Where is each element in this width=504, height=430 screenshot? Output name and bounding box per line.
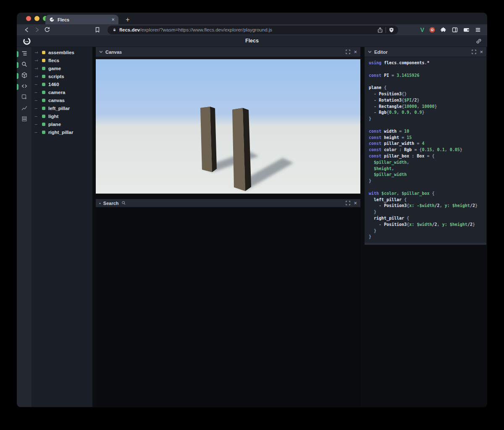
activity-button-tree[interactable] <box>17 49 32 60</box>
chevron-down-icon[interactable] <box>99 50 103 53</box>
tree-item-right_pillar[interactable]: –right_pillar <box>32 128 92 136</box>
activity-button-stats[interactable] <box>17 103 32 114</box>
reload-icon[interactable] <box>44 26 50 33</box>
entity-color-chip <box>42 131 45 134</box>
leaf-dash-icon: – <box>35 82 42 87</box>
forward-icon[interactable] <box>34 26 40 33</box>
tree-item-label: flecs <box>48 58 59 63</box>
search-panel-content <box>96 207 360 406</box>
tree-item-label: game <box>48 66 61 71</box>
activity-button-canvas[interactable] <box>17 71 32 81</box>
canvas-panel-header[interactable]: Canvas × <box>96 47 360 57</box>
vue-devtools-icon[interactable]: V <box>420 26 424 33</box>
search-panel-header[interactable]: • Search × <box>96 199 360 207</box>
code-line: } <box>369 116 484 122</box>
panel-state-dot: • <box>99 201 101 206</box>
red-extension-icon[interactable] <box>429 26 436 33</box>
tree-item-light[interactable]: –light <box>32 112 92 120</box>
tree-item-left_pillar[interactable]: –left_pillar <box>32 104 92 112</box>
wallet-icon[interactable] <box>463 26 470 33</box>
url-bar[interactable]: flecs.dev/explorer/?wasm=https://www.fle… <box>108 26 398 34</box>
expand-arrow-icon[interactable]: –› <box>35 66 42 71</box>
fullscreen-icon[interactable] <box>346 201 350 205</box>
bookmark-icon[interactable] <box>94 26 101 33</box>
close-icon[interactable]: × <box>354 200 357 206</box>
code-line: - Rotation3{$PI/2} <box>369 97 484 104</box>
lock-icon <box>112 27 117 32</box>
code-line <box>369 184 484 191</box>
tree-item-1460[interactable]: –1460 <box>32 80 92 88</box>
canvas-3d-viewport[interactable] <box>96 57 360 194</box>
tree-item-camera[interactable]: –camera <box>32 88 92 96</box>
code-line <box>369 79 484 85</box>
inspector-icon <box>21 94 28 102</box>
entity-color-chip <box>42 99 45 102</box>
editor-panel-header[interactable]: Editor × <box>365 47 486 57</box>
urlbar-divider <box>386 27 386 33</box>
flecs-favicon <box>49 17 55 22</box>
share-icon[interactable] <box>377 27 383 33</box>
expand-arrow-icon[interactable]: –› <box>35 74 42 79</box>
code-line: left_pillar { <box>369 197 484 203</box>
extension-icons: V <box>420 26 481 33</box>
expand-arrow-icon[interactable]: –› <box>35 58 42 63</box>
tree-item-assemblies[interactable]: –›assemblies <box>32 48 92 56</box>
browser-tab[interactable]: Flecs × <box>45 15 118 24</box>
code-line: const pillar_width = 4 <box>369 141 484 147</box>
tab-strip: Flecs × + <box>17 13 487 24</box>
brave-shield-icon[interactable] <box>388 27 394 33</box>
activity-button-inspector[interactable] <box>17 92 32 103</box>
close-icon[interactable]: × <box>480 49 483 55</box>
tree-item-flecs[interactable]: –›flecs <box>32 56 92 64</box>
tree-item-label: canvas <box>48 98 65 103</box>
work-area: Canvas × <box>92 47 487 407</box>
tree-item-plane[interactable]: –plane <box>32 120 92 128</box>
flecs-logo <box>22 37 32 46</box>
expand-arrow-icon[interactable]: –› <box>35 50 42 55</box>
code-editor[interactable]: using flecs.components.* const PI = 3.14… <box>365 57 486 243</box>
tree-item-game[interactable]: –›game <box>32 64 92 72</box>
minimize-window-button[interactable] <box>34 16 39 21</box>
code-line: const pillar_box : Box = { <box>369 153 484 160</box>
url-path: /explorer/?wasm=https://www.flecs.dev/ex… <box>140 27 272 32</box>
leaf-dash-icon: – <box>35 122 42 126</box>
traffic-lights <box>26 16 48 21</box>
code-line: right_pillar { <box>369 215 484 222</box>
back-icon[interactable] <box>24 26 30 33</box>
entity-color-chip <box>42 59 45 62</box>
code-line: const height = 15 <box>369 135 484 141</box>
tree-item-label: 1460 <box>48 82 59 87</box>
code-line: - Rectangle{10000, 10000} <box>369 104 484 110</box>
search-icon <box>121 201 126 205</box>
new-tab-button[interactable]: + <box>123 16 132 24</box>
code-icon <box>21 83 28 91</box>
code-line: plane { <box>369 85 484 91</box>
tree-item-label: assemblies <box>48 50 74 55</box>
url-text: flecs.dev/explorer/?wasm=https://www.fle… <box>119 27 375 32</box>
close-window-button[interactable] <box>26 16 31 21</box>
code-line: const width = 10 <box>369 128 484 135</box>
code-line: $pillar_width, <box>369 160 484 166</box>
close-icon[interactable]: × <box>354 49 357 55</box>
chevron-down-icon[interactable] <box>368 50 372 53</box>
entity-color-chip <box>42 107 45 110</box>
tree-item-label: right_pillar <box>48 130 73 135</box>
activity-button-data[interactable] <box>17 114 32 125</box>
fullscreen-icon[interactable] <box>346 50 350 54</box>
sidebar-icon[interactable] <box>452 26 458 33</box>
tab-close-icon[interactable]: × <box>111 17 115 22</box>
code-line: } <box>369 234 484 240</box>
tree-item-canvas[interactable]: –canvas <box>32 96 92 104</box>
leaf-dash-icon: – <box>35 114 42 118</box>
editor-bottom-strip <box>365 243 486 245</box>
tree-item-scripts[interactable]: –›scripts <box>32 72 92 80</box>
browser-menu-icon[interactable] <box>475 26 481 33</box>
activity-button-query[interactable] <box>17 60 32 71</box>
extensions-puzzle-icon[interactable] <box>440 26 447 33</box>
fullscreen-icon[interactable] <box>472 50 476 54</box>
leaf-dash-icon: – <box>35 98 42 102</box>
link-icon[interactable] <box>475 38 482 45</box>
code-line: with $color, $pillar_box { <box>369 191 484 197</box>
activity-button-editor[interactable] <box>17 81 32 92</box>
entity-color-chip <box>42 51 45 54</box>
